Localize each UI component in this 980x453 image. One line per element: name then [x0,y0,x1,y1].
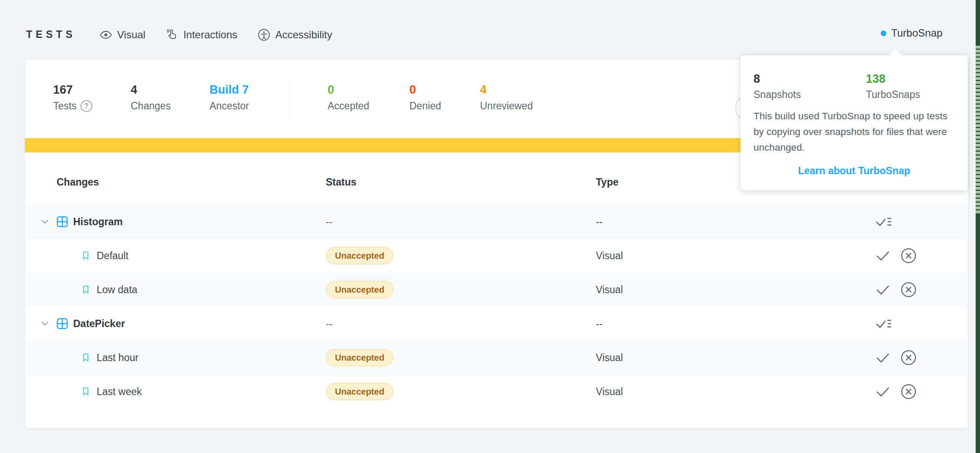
eye-icon [99,28,112,41]
x-circle-icon [900,349,917,366]
turbosnap-popover: 8 Snapshots 138 TurboSnaps This build us… [740,55,968,190]
blue-dot-icon [881,30,886,36]
right-edge-strip [976,0,980,453]
changes-count: 4 [131,82,171,97]
accept-button[interactable] [875,385,891,398]
component-name: DatePicker [73,318,125,330]
status-badge: Unaccepted [326,247,393,264]
deny-button[interactable] [900,349,917,366]
column-header-status: Status [326,176,356,188]
status-badge: Unaccepted [326,349,393,366]
tab-label: Visual [117,29,145,41]
turbosnaps-count: 138 [866,72,920,86]
deny-button[interactable] [900,281,917,298]
check-icon [875,385,891,398]
learn-about-turbosnap-link[interactable]: Learn about TurboSnap [740,165,968,177]
x-circle-icon [900,247,917,264]
right-edge-strip-highlight [976,46,980,213]
stat-tests: 167 Tests ? [53,82,92,112]
denied-count: 0 [409,82,441,97]
changes-table: Histogram -- -- Default Unaccepted Visua… [25,205,968,409]
row-status: -- [326,216,332,228]
table-row-last-week[interactable]: Last week Unaccepted Visual [25,375,968,409]
accessibility-icon [257,28,270,41]
changes-label: Changes [131,100,171,112]
component-grid-icon [56,317,69,330]
accept-button[interactable] [875,283,891,296]
tab-label: Accessibility [275,29,332,41]
tab-interactions[interactable]: Interactions [166,28,237,41]
question-circle-icon[interactable]: ? [81,100,92,112]
row-type: -- [596,318,602,330]
table-row-group-datepicker[interactable]: DatePicker -- -- [25,307,968,341]
accepted-label: Accepted [328,100,369,112]
denied-label: Denied [409,100,441,112]
turbosnaps-label: TurboSnaps [866,89,920,101]
bookmark-icon [81,385,91,398]
x-circle-icon [900,281,917,298]
turbosnap-indicator[interactable]: TurboSnap [881,27,943,39]
table-row-last-hour[interactable]: Last hour Unaccepted Visual [25,341,968,375]
unreviewed-count: 4 [480,82,533,97]
component-grid-icon [56,215,69,228]
tests-count: 167 [53,82,92,97]
column-header-type: Type [596,176,618,188]
ancestor-label: Ancestor [210,100,249,112]
stat-unreviewed: 4 Unreviewed [480,82,533,112]
ancestor-build-link[interactable]: Build 7 [210,82,249,97]
row-type: Visual [596,352,623,364]
unreviewed-label: Unreviewed [480,100,533,112]
stat-ancestor-build: Build 7 Ancestor [210,82,249,112]
tab-label: Interactions [183,29,237,41]
bookmark-icon [81,249,91,262]
row-type: Visual [596,386,623,398]
table-row-low-data[interactable]: Low data Unaccepted Visual [25,273,968,307]
check-list-icon [875,215,892,228]
turbosnap-description: This build used TurboSnap to speed up te… [754,108,959,156]
tests-label: Tests [53,100,77,112]
popover-stat-turbosnaps: 138 TurboSnaps [866,72,920,101]
test-name: Default [97,250,128,262]
accept-button[interactable] [875,249,891,262]
chevron-down-icon[interactable] [40,217,50,226]
accept-button[interactable] [875,351,891,364]
bookmark-icon [81,351,91,364]
table-row-default[interactable]: Default Unaccepted Visual [25,239,968,273]
bookmark-icon [81,283,91,296]
test-name: Last week [97,386,142,398]
table-row-group-histogram[interactable]: Histogram -- -- [25,205,968,239]
stat-denied: 0 Denied [409,82,441,112]
tab-accessibility[interactable]: Accessibility [257,28,332,41]
turbosnap-label: TurboSnap [891,27,943,39]
accepted-count: 0 [328,82,369,97]
x-circle-icon [900,383,917,400]
row-type: Visual [596,284,623,296]
check-icon [875,351,891,364]
row-type: -- [596,216,602,228]
page-title: TESTS [26,29,76,41]
stats-divider [289,81,290,115]
snapshots-count: 8 [754,72,801,86]
popover-arrow [889,49,902,55]
check-icon [875,249,891,262]
pointer-icon [166,28,179,41]
popover-stat-snapshots: 8 Snapshots [754,72,801,101]
test-name: Last hour [97,352,139,364]
accept-all-button[interactable] [875,215,892,228]
test-name: Low data [97,284,137,296]
stat-accepted: 0 Accepted [328,82,369,112]
stat-changes: 4 Changes [131,82,171,112]
status-badge: Unaccepted [326,383,393,400]
deny-button[interactable] [900,247,917,264]
row-status: -- [326,318,332,330]
tab-visual[interactable]: Visual [99,28,145,41]
deny-button[interactable] [900,383,917,400]
accept-all-button[interactable] [875,317,892,330]
status-badge: Unaccepted [326,281,393,298]
chevron-down-icon[interactable] [40,319,50,328]
snapshots-label: Snapshots [754,89,801,101]
check-icon [875,283,891,296]
row-type: Visual [596,250,623,262]
column-header-changes: Changes [57,176,99,188]
test-type-tabs: Visual Interactions Accessibility [99,24,332,45]
